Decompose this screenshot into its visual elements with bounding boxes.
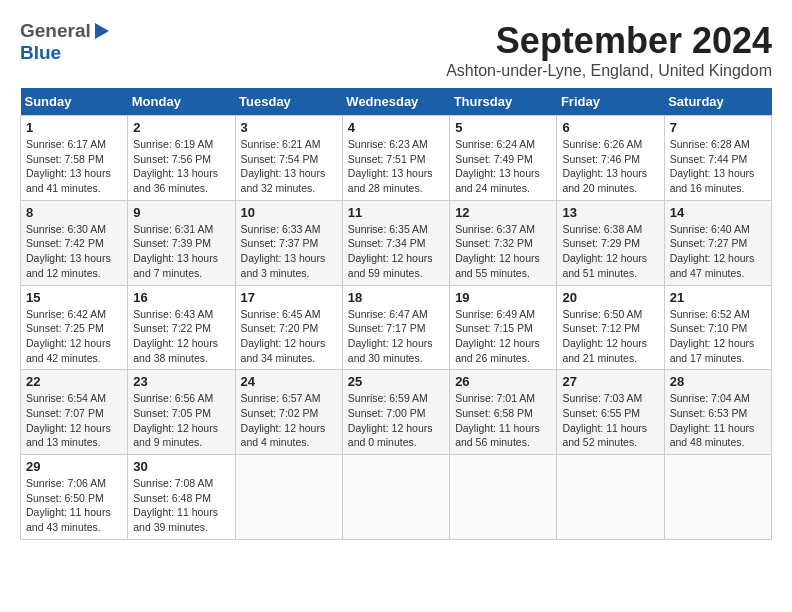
day-info: Sunrise: 7:06 AM Sunset: 6:50 PM Dayligh…: [26, 476, 122, 535]
calendar-cell: [342, 455, 449, 540]
day-info: Sunrise: 6:54 AM Sunset: 7:07 PM Dayligh…: [26, 391, 122, 450]
day-info: Sunrise: 6:56 AM Sunset: 7:05 PM Dayligh…: [133, 391, 229, 450]
day-number: 11: [348, 205, 444, 220]
day-number: 28: [670, 374, 766, 389]
day-number: 5: [455, 120, 551, 135]
day-info: Sunrise: 6:28 AM Sunset: 7:44 PM Dayligh…: [670, 137, 766, 196]
calendar-cell: 1Sunrise: 6:17 AM Sunset: 7:58 PM Daylig…: [21, 116, 128, 201]
day-number: 29: [26, 459, 122, 474]
week-row-1: 1Sunrise: 6:17 AM Sunset: 7:58 PM Daylig…: [21, 116, 772, 201]
calendar-cell: 3Sunrise: 6:21 AM Sunset: 7:54 PM Daylig…: [235, 116, 342, 201]
col-header-thursday: Thursday: [450, 88, 557, 116]
calendar-cell: 20Sunrise: 6:50 AM Sunset: 7:12 PM Dayli…: [557, 285, 664, 370]
day-number: 4: [348, 120, 444, 135]
calendar-cell: [557, 455, 664, 540]
calendar-cell: 26Sunrise: 7:01 AM Sunset: 6:58 PM Dayli…: [450, 370, 557, 455]
col-header-sunday: Sunday: [21, 88, 128, 116]
logo-arrow-icon: [95, 23, 109, 39]
calendar-header-row: SundayMondayTuesdayWednesdayThursdayFrid…: [21, 88, 772, 116]
week-row-5: 29Sunrise: 7:06 AM Sunset: 6:50 PM Dayli…: [21, 455, 772, 540]
logo-blue: Blue: [20, 42, 61, 64]
day-number: 1: [26, 120, 122, 135]
calendar-cell: 23Sunrise: 6:56 AM Sunset: 7:05 PM Dayli…: [128, 370, 235, 455]
day-info: Sunrise: 7:01 AM Sunset: 6:58 PM Dayligh…: [455, 391, 551, 450]
day-info: Sunrise: 6:49 AM Sunset: 7:15 PM Dayligh…: [455, 307, 551, 366]
logo: General Blue: [20, 20, 109, 64]
day-number: 20: [562, 290, 658, 305]
calendar-cell: 5Sunrise: 6:24 AM Sunset: 7:49 PM Daylig…: [450, 116, 557, 201]
calendar-cell: 28Sunrise: 7:04 AM Sunset: 6:53 PM Dayli…: [664, 370, 771, 455]
day-info: Sunrise: 6:19 AM Sunset: 7:56 PM Dayligh…: [133, 137, 229, 196]
day-info: Sunrise: 6:42 AM Sunset: 7:25 PM Dayligh…: [26, 307, 122, 366]
day-info: Sunrise: 6:43 AM Sunset: 7:22 PM Dayligh…: [133, 307, 229, 366]
day-info: Sunrise: 6:21 AM Sunset: 7:54 PM Dayligh…: [241, 137, 337, 196]
day-info: Sunrise: 6:57 AM Sunset: 7:02 PM Dayligh…: [241, 391, 337, 450]
day-number: 30: [133, 459, 229, 474]
day-number: 13: [562, 205, 658, 220]
day-info: Sunrise: 6:35 AM Sunset: 7:34 PM Dayligh…: [348, 222, 444, 281]
calendar-cell: 2Sunrise: 6:19 AM Sunset: 7:56 PM Daylig…: [128, 116, 235, 201]
day-number: 26: [455, 374, 551, 389]
week-row-3: 15Sunrise: 6:42 AM Sunset: 7:25 PM Dayli…: [21, 285, 772, 370]
day-number: 19: [455, 290, 551, 305]
calendar-cell: 15Sunrise: 6:42 AM Sunset: 7:25 PM Dayli…: [21, 285, 128, 370]
calendar-cell: 10Sunrise: 6:33 AM Sunset: 7:37 PM Dayli…: [235, 200, 342, 285]
week-row-2: 8Sunrise: 6:30 AM Sunset: 7:42 PM Daylig…: [21, 200, 772, 285]
day-info: Sunrise: 6:33 AM Sunset: 7:37 PM Dayligh…: [241, 222, 337, 281]
day-number: 2: [133, 120, 229, 135]
location-subtitle: Ashton-under-Lyne, England, United Kingd…: [446, 62, 772, 80]
calendar-cell: 27Sunrise: 7:03 AM Sunset: 6:55 PM Dayli…: [557, 370, 664, 455]
day-number: 15: [26, 290, 122, 305]
day-info: Sunrise: 6:24 AM Sunset: 7:49 PM Dayligh…: [455, 137, 551, 196]
calendar-cell: 29Sunrise: 7:06 AM Sunset: 6:50 PM Dayli…: [21, 455, 128, 540]
calendar-cell: 16Sunrise: 6:43 AM Sunset: 7:22 PM Dayli…: [128, 285, 235, 370]
calendar-body: 1Sunrise: 6:17 AM Sunset: 7:58 PM Daylig…: [21, 116, 772, 540]
day-number: 6: [562, 120, 658, 135]
calendar-table: SundayMondayTuesdayWednesdayThursdayFrid…: [20, 88, 772, 540]
day-info: Sunrise: 7:04 AM Sunset: 6:53 PM Dayligh…: [670, 391, 766, 450]
calendar-cell: 11Sunrise: 6:35 AM Sunset: 7:34 PM Dayli…: [342, 200, 449, 285]
calendar-cell: 6Sunrise: 6:26 AM Sunset: 7:46 PM Daylig…: [557, 116, 664, 201]
calendar-cell: 7Sunrise: 6:28 AM Sunset: 7:44 PM Daylig…: [664, 116, 771, 201]
day-info: Sunrise: 6:23 AM Sunset: 7:51 PM Dayligh…: [348, 137, 444, 196]
day-number: 16: [133, 290, 229, 305]
calendar-cell: 8Sunrise: 6:30 AM Sunset: 7:42 PM Daylig…: [21, 200, 128, 285]
day-info: Sunrise: 6:26 AM Sunset: 7:46 PM Dayligh…: [562, 137, 658, 196]
col-header-tuesday: Tuesday: [235, 88, 342, 116]
day-info: Sunrise: 6:50 AM Sunset: 7:12 PM Dayligh…: [562, 307, 658, 366]
day-number: 24: [241, 374, 337, 389]
calendar-cell: 22Sunrise: 6:54 AM Sunset: 7:07 PM Dayli…: [21, 370, 128, 455]
day-info: Sunrise: 6:38 AM Sunset: 7:29 PM Dayligh…: [562, 222, 658, 281]
col-header-friday: Friday: [557, 88, 664, 116]
week-row-4: 22Sunrise: 6:54 AM Sunset: 7:07 PM Dayli…: [21, 370, 772, 455]
day-info: Sunrise: 6:52 AM Sunset: 7:10 PM Dayligh…: [670, 307, 766, 366]
day-info: Sunrise: 6:59 AM Sunset: 7:00 PM Dayligh…: [348, 391, 444, 450]
calendar-cell: 4Sunrise: 6:23 AM Sunset: 7:51 PM Daylig…: [342, 116, 449, 201]
day-number: 10: [241, 205, 337, 220]
day-info: Sunrise: 7:03 AM Sunset: 6:55 PM Dayligh…: [562, 391, 658, 450]
day-info: Sunrise: 6:31 AM Sunset: 7:39 PM Dayligh…: [133, 222, 229, 281]
day-number: 21: [670, 290, 766, 305]
calendar-cell: 30Sunrise: 7:08 AM Sunset: 6:48 PM Dayli…: [128, 455, 235, 540]
day-number: 8: [26, 205, 122, 220]
calendar-cell: 9Sunrise: 6:31 AM Sunset: 7:39 PM Daylig…: [128, 200, 235, 285]
day-number: 9: [133, 205, 229, 220]
day-info: Sunrise: 6:37 AM Sunset: 7:32 PM Dayligh…: [455, 222, 551, 281]
day-info: Sunrise: 6:17 AM Sunset: 7:58 PM Dayligh…: [26, 137, 122, 196]
logo-general: General: [20, 20, 91, 42]
day-number: 18: [348, 290, 444, 305]
day-info: Sunrise: 6:40 AM Sunset: 7:27 PM Dayligh…: [670, 222, 766, 281]
day-info: Sunrise: 6:47 AM Sunset: 7:17 PM Dayligh…: [348, 307, 444, 366]
day-number: 23: [133, 374, 229, 389]
day-info: Sunrise: 6:45 AM Sunset: 7:20 PM Dayligh…: [241, 307, 337, 366]
calendar-cell: 14Sunrise: 6:40 AM Sunset: 7:27 PM Dayli…: [664, 200, 771, 285]
col-header-monday: Monday: [128, 88, 235, 116]
col-header-saturday: Saturday: [664, 88, 771, 116]
day-number: 14: [670, 205, 766, 220]
title-area: September 2024 Ashton-under-Lyne, Englan…: [446, 20, 772, 80]
calendar-cell: [450, 455, 557, 540]
day-number: 25: [348, 374, 444, 389]
day-number: 7: [670, 120, 766, 135]
calendar-cell: 17Sunrise: 6:45 AM Sunset: 7:20 PM Dayli…: [235, 285, 342, 370]
calendar-cell: [235, 455, 342, 540]
